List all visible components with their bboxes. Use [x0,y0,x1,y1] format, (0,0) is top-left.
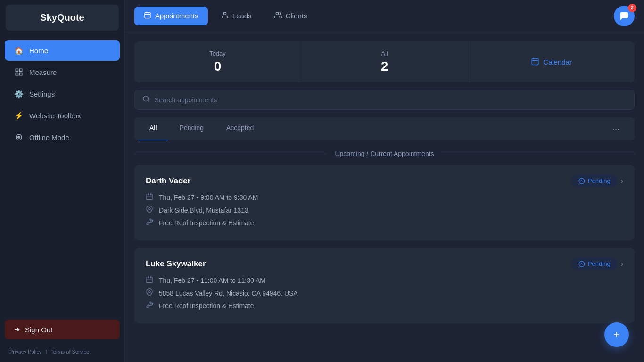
sidebar-item-home-label: Home [29,47,48,55]
stats-row: Today 0 All 2 Calendar [134,41,635,82]
app-logo: SkyQuote [6,5,119,31]
appointment-date-text-2: Thu, Feb 27 • 11:00 AM to 11:30 AM [159,277,265,284]
sidebar-nav: 🏠 Home Measure ⚙️ Settings ⚡ Website Too… [0,35,124,315]
appointment-status-2[interactable]: Pending [572,257,617,270]
appointment-address-text-2: 5858 Lucas Valley Rd, Nicasio, CA 94946,… [159,289,298,297]
sidebar-item-settings-label: Settings [29,90,55,98]
svg-rect-2 [16,73,18,75]
appointment-status-label-2: Pending [588,260,611,267]
appointment-card-luke-skywalker: Luke Skywalker Pending › [134,248,635,323]
leads-tab-label: Leads [232,12,252,20]
filter-tab-accepted[interactable]: Accepted [215,117,265,140]
clients-icon [274,11,282,21]
today-label: Today [146,50,289,57]
chat-button[interactable]: 2 [614,6,635,26]
appointment-header-2: Luke Skywalker Pending › [146,257,623,270]
appointment-service-2: Free Roof Inspection & Estimate [146,301,623,310]
svg-rect-1 [20,69,22,71]
settings-icon: ⚙️ [14,89,24,99]
appointment-address-2: 5858 Lucas Valley Rd, Nicasio, CA 94946,… [146,288,623,297]
offline-icon [14,132,24,142]
sidebar-item-offline-mode-label: Offline Mode [29,133,69,141]
appointment-service-1: Free Roof Inspection & Estimate [146,218,623,227]
content-area: Today 0 All 2 Calendar [125,32,644,362]
appointment-address-text-1: Dark Side Blvd, Mustafar 1313 [159,206,248,214]
privacy-policy-link[interactable]: Privacy Policy [9,349,41,354]
sidebar-item-offline-mode[interactable]: Offline Mode [5,127,120,148]
svg-point-5 [18,136,20,139]
service-icon-1 [146,218,154,227]
appointment-date-2: Thu, Feb 27 • 11:00 AM to 11:30 AM [146,276,623,285]
appointment-service-text-2: Free Roof Inspection & Estimate [159,302,254,310]
svg-rect-0 [16,69,18,71]
sidebar-item-measure-label: Measure [29,68,57,76]
clients-tab-label: Clients [286,12,307,20]
leads-tab[interactable]: Leads [212,7,261,25]
add-appointment-fab[interactable]: + [604,322,629,347]
top-nav: Appointments Leads Clients [125,0,644,32]
search-box [134,90,635,110]
svg-point-22 [149,208,150,210]
appointment-service-text-1: Free Roof Inspection & Estimate [159,219,254,227]
today-stat: Today 0 [134,41,301,82]
svg-point-10 [223,12,226,15]
section-title: Upcoming / Current Appointments [335,150,434,157]
svg-point-28 [149,291,150,293]
filter-tab-more[interactable]: ··· [601,117,631,140]
appointments-tab-label: Appointments [155,12,198,20]
all-stat: All 2 [301,41,468,82]
search-icon [142,95,150,105]
appointments-tab[interactable]: Appointments [134,7,208,25]
svg-point-11 [276,12,278,15]
terms-link[interactable]: Terms of Service [50,349,89,354]
main-content: Appointments Leads Clients [125,0,644,362]
sidebar-item-website-toolbox[interactable]: ⚡ Website Toolbox [5,105,120,126]
sign-out-icon: ➜ [14,325,20,334]
sign-out-button[interactable]: ➜ Sign Out [5,320,120,339]
chat-badge: 2 [628,4,636,12]
filter-tab-all[interactable]: All [138,117,168,140]
calendar-icon [531,57,539,67]
sidebar: SkyQuote 🏠 Home Measure ⚙️ Settings ⚡ We… [0,0,125,362]
location-icon-1 [146,206,154,214]
sidebar-bottom: ➜ Sign Out [0,315,124,344]
appointment-status-label-1: Pending [588,177,611,184]
filter-tab-pending[interactable]: Pending [168,117,215,140]
svg-rect-3 [20,73,22,75]
home-icon: 🏠 [14,46,24,55]
calendar-button[interactable]: Calendar [468,41,635,82]
calendar-label: Calendar [543,58,572,66]
measure-icon [14,67,24,77]
location-icon-2 [146,288,154,297]
appointment-date-text-1: Thu, Feb 27 • 9:00 AM to 9:30 AM [159,194,258,201]
sidebar-item-measure[interactable]: Measure [5,62,120,82]
service-icon-2 [146,301,154,310]
filter-tabs: All Pending Accepted ··· [134,117,635,140]
calendar-detail-icon-2 [146,276,154,285]
svg-rect-18 [147,194,152,200]
svg-point-16 [143,96,149,101]
search-input[interactable] [155,96,627,104]
appointment-chevron-1[interactable]: › [621,177,623,185]
appointment-header-1: Darth Vader Pending › [146,174,623,187]
section-header: Upcoming / Current Appointments [134,150,635,157]
calendar-detail-icon-1 [146,193,154,202]
appointment-name-2: Luke Skywalker [146,259,206,269]
appointments-icon [144,11,151,21]
today-value: 0 [146,59,289,74]
svg-rect-12 [532,58,538,65]
appointment-name-1: Darth Vader [146,176,190,186]
appointment-card-darth-vader: Darth Vader Pending › [134,165,635,240]
all-value: 2 [313,59,456,74]
all-label: All [313,50,456,57]
clients-tab[interactable]: Clients [265,7,317,25]
svg-rect-6 [145,12,150,18]
sidebar-item-settings[interactable]: ⚙️ Settings [5,83,120,104]
sidebar-footer: Privacy Policy | Terms of Service [0,344,124,362]
sidebar-item-home[interactable]: 🏠 Home [5,40,120,61]
svg-rect-24 [147,277,152,283]
appointment-address-1: Dark Side Blvd, Mustafar 1313 [146,206,623,214]
appointment-chevron-2[interactable]: › [621,260,623,268]
appointment-date-1: Thu, Feb 27 • 9:00 AM to 9:30 AM [146,193,623,202]
appointment-status-1[interactable]: Pending [572,174,617,187]
